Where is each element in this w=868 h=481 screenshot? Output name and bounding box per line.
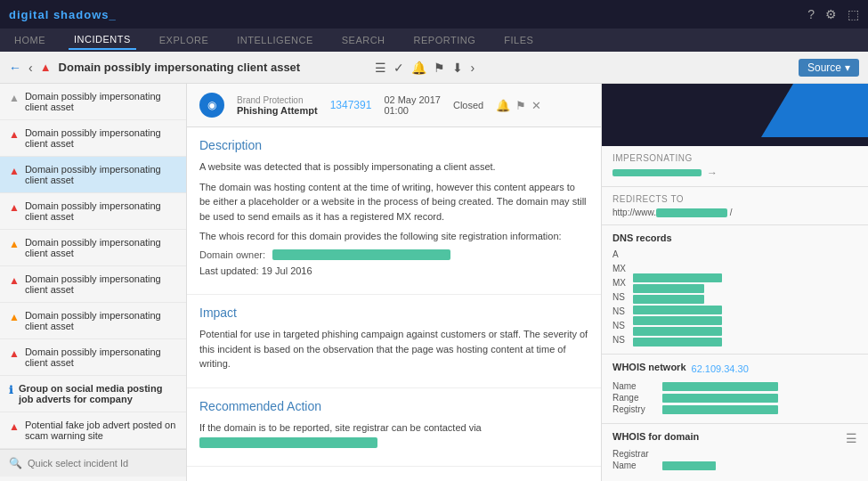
whois-name-label: Name	[612, 381, 657, 391]
source-button[interactable]: Source ▾	[799, 59, 859, 77]
redirects-section: Redirects to http://www. /	[602, 187, 868, 225]
incident-time: 01:00	[384, 105, 441, 116]
dns-bar-ns4	[633, 338, 722, 346]
window-icon[interactable]: ⬚	[848, 7, 859, 21]
flag-icon[interactable]: ⚑	[434, 61, 445, 75]
sidebar-item-9[interactable]: ▲ Potential fake job advert posted on sc…	[0, 412, 186, 449]
whois-range-row: Range	[612, 393, 857, 403]
dns-label-mx1: MX	[612, 263, 626, 275]
header-action-icons: ☰ ✓ 🔔 ⚑ ⬇	[375, 61, 463, 75]
sidebar-item-text: Domain possibly impersonating client ass…	[25, 164, 177, 185]
triangle-icon: ▲	[9, 311, 20, 323]
whois-registrar-row: Registrar	[612, 449, 857, 459]
tab-reporting[interactable]: REPORTING	[409, 31, 482, 49]
next-arrow-icon[interactable]: ›	[470, 61, 475, 75]
sidebar-item-text: Domain possibly impersonating client ass…	[25, 273, 177, 295]
whois-registry-bar	[662, 405, 778, 414]
tab-explore[interactable]: EXPLORE	[154, 31, 214, 49]
info-icon: ℹ	[9, 384, 13, 396]
dns-bar-mx2	[633, 295, 704, 304]
info-preview-image	[602, 84, 868, 146]
brand-cursor: _	[110, 8, 117, 21]
sidebar-item-7[interactable]: ▲ Domain possibly impersonating client a…	[0, 339, 186, 376]
download-icon[interactable]: ⬇	[452, 61, 463, 75]
sidebar-item-0[interactable]: ▲ Domain possibly impersonating client a…	[0, 84, 186, 120]
preview-blue-shape	[761, 84, 868, 137]
close-icon[interactable]: ✕	[531, 99, 541, 112]
sidebar-item-5[interactable]: ▲ Domain possibly impersonating client a…	[0, 266, 186, 303]
incidents-sidebar: ▲ Domain possibly impersonating client a…	[0, 84, 187, 481]
sidebar-item-text: Domain possibly impersonating client ass…	[25, 310, 177, 331]
search-input[interactable]	[28, 458, 177, 469]
source-dropdown-icon: ▾	[845, 61, 850, 74]
description-title: Description	[199, 138, 588, 152]
impersonating-value: →	[612, 167, 857, 179]
whois-registrar-label: Registrar	[612, 449, 657, 459]
right-panel: ◉ Brand Protection Phishing Attempt 1347…	[187, 84, 868, 481]
help-icon[interactable]: ?	[807, 7, 815, 21]
domain-owner-redacted	[272, 249, 450, 260]
check-icon[interactable]: ✓	[393, 61, 404, 75]
description-para3: The whois record for this domain provide…	[199, 229, 588, 244]
triangle-icon: ▲	[9, 347, 20, 360]
whois-domain-name-label: Name	[612, 461, 657, 470]
sidebar-item-text: Domain possibly impersonating client ass…	[25, 346, 177, 368]
whois-domain-title: WHOIS for domain	[612, 431, 699, 442]
whois-name-row: Name	[612, 381, 857, 391]
search-icon: 🔍	[9, 457, 22, 469]
action-redacted	[199, 437, 377, 448]
back-arrow-icon[interactable]: ←	[9, 61, 21, 75]
dns-labels: A MX MX NS NS NS NS	[612, 249, 626, 346]
redirects-bar	[656, 208, 727, 217]
redirects-label: Redirects to	[612, 194, 857, 204]
incident-datetime: 02 May 2017 01:00	[384, 94, 441, 116]
sidebar-item-1[interactable]: ▲ Domain possibly impersonating client a…	[0, 120, 186, 157]
triangle-icon: ▲	[9, 92, 20, 104]
impersonating-section: Impersonating →	[602, 146, 868, 187]
list-icon[interactable]: ☰	[375, 61, 386, 75]
impersonating-bar	[612, 169, 702, 176]
sidebar-item-2[interactable]: ▲ Domain possibly impersonating client a…	[0, 157, 186, 193]
tab-search[interactable]: SEARCH	[337, 31, 391, 49]
content-header: ← ‹ ▲ Domain possibly impersonating clie…	[0, 52, 868, 84]
sidebar-item-text: Potential fake job advert posted on scam…	[25, 420, 177, 441]
settings-icon[interactable]: ⚙	[825, 7, 837, 21]
impact-section: Impact Potential for use in targeted phi…	[187, 295, 601, 388]
incident-subtype: Phishing Attempt	[237, 105, 318, 116]
tab-files[interactable]: FILES	[499, 31, 539, 49]
impersonating-arrow-icon[interactable]: →	[707, 167, 718, 179]
brand-logo: digital shadows_	[9, 8, 117, 21]
bell-icon[interactable]: 🔔	[411, 61, 426, 75]
whois-registry-label: Registry	[612, 404, 657, 414]
whois-range-label: Range	[612, 393, 657, 403]
whois-ip[interactable]: 62.109.34.30	[692, 363, 749, 374]
dns-bar-ns3	[633, 327, 722, 336]
dns-chart: A MX MX NS NS NS NS	[612, 249, 857, 346]
tab-incidents[interactable]: INCIDENTS	[69, 30, 136, 50]
sidebar-item-4[interactable]: ▲ Domain possibly impersonating client a…	[0, 230, 186, 266]
tab-intelligence[interactable]: INTELLIGENCE	[231, 31, 318, 49]
alert-bell-icon[interactable]: 🔔	[496, 99, 510, 112]
sidebar-item-3[interactable]: ▲ Domain possibly impersonating client a…	[0, 193, 186, 230]
sidebar-item-text: Domain possibly impersonating client ass…	[25, 200, 177, 222]
sidebar-item-6[interactable]: ▲ Domain possibly impersonating client a…	[0, 303, 186, 339]
whois-domain-menu-icon[interactable]: ☰	[846, 431, 857, 445]
flag-status-icon[interactable]: ⚑	[515, 99, 526, 112]
sidebar-item-text: Group on social media posting job advert…	[19, 383, 177, 404]
domain-owner-label: Domain owner:	[199, 249, 265, 260]
sidebar-item-8[interactable]: ℹ Group on social media posting job adve…	[0, 376, 186, 412]
whois-domain-name-row: Name	[612, 461, 857, 470]
redirects-url: http://www. /	[612, 208, 857, 217]
whois-range-bar	[662, 394, 778, 403]
incident-date: 02 May 2017	[384, 94, 441, 105]
nav-tabs: HOME INCIDENTS EXPLORE INTELLIGENCE SEAR…	[0, 29, 868, 52]
warning-triangle-icon: ▲	[40, 61, 52, 74]
recommended-action-section: Recommended Action If the domain is to b…	[187, 388, 601, 467]
incident-id[interactable]: 1347391	[330, 99, 372, 111]
impact-title: Impact	[199, 306, 588, 320]
incident-type-info: Brand Protection Phishing Attempt	[237, 95, 318, 116]
prev-arrow-icon[interactable]: ‹	[28, 61, 33, 75]
dns-label-ns2: NS	[612, 306, 626, 318]
dns-label-ns1: NS	[612, 291, 626, 304]
tab-home[interactable]: HOME	[9, 31, 51, 49]
